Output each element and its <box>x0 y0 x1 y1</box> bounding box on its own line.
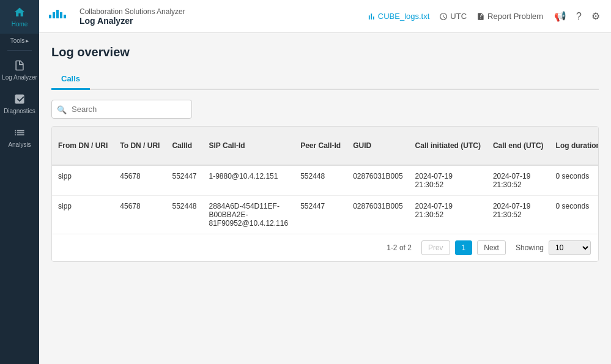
report-label: Report Problem <box>487 12 543 21</box>
calls-table: From DN / URI To DN / URI CallId SIP Cal… <box>52 127 599 234</box>
report-problem-button[interactable]: Report Problem <box>476 12 543 21</box>
table-header-row: From DN / URI To DN / URI CallId SIP Cal… <box>52 127 599 165</box>
search-container: 🔍 <box>51 100 192 119</box>
sidebar-log-analyzer-label: Log Analyzer <box>2 74 37 81</box>
cell-row1-col8: 0 seconds <box>550 196 599 234</box>
showing-select[interactable]: 10 25 50 100 <box>549 240 591 255</box>
table-row: sipp456785524482884A6D-454D11EF-B00BBA2E… <box>52 196 599 234</box>
col-guid: GUID <box>347 127 409 165</box>
sidebar-diagnostics-label: Diagnostics <box>4 108 35 114</box>
file-indicator[interactable]: CUBE_logs.txt <box>367 12 430 21</box>
cell-row1-col6: 2024-07-19 21:30:52 <box>409 196 487 234</box>
diagnostics-icon <box>13 93 26 105</box>
col-sip-call-id: SIP Call-Id <box>203 127 295 165</box>
sidebar-item-home[interactable]: Home <box>0 0 39 34</box>
bar-chart-icon <box>367 12 376 21</box>
col-call-initiated: Call initiated (UTC) <box>409 127 487 165</box>
prev-button[interactable]: Prev <box>421 240 450 255</box>
cell-row0-col2: 552447 <box>166 165 202 196</box>
col-to-dn: To DN / URI <box>114 127 166 165</box>
sidebar-tools-label: Tools <box>10 37 24 44</box>
tab-calls[interactable]: Calls <box>51 69 90 90</box>
search-input[interactable] <box>51 100 192 119</box>
sidebar-analysis-label: Analysis <box>8 141 31 148</box>
svg-rect-2 <box>56 10 59 18</box>
pagination-info: 1-2 of 2 <box>387 243 412 252</box>
page-title: Log overview <box>51 45 599 59</box>
clock-icon <box>439 12 448 21</box>
page-content: Log overview Calls 🔍 From DN / URI To DN… <box>39 33 611 364</box>
sidebar-divider-1 <box>7 50 32 51</box>
next-button[interactable]: Next <box>477 240 506 255</box>
megaphone-button[interactable]: 📢 <box>553 9 568 23</box>
cell-row0-col7: 2024-07-19 21:30:52 <box>487 165 550 196</box>
cell-row1-col5: 02876031B005 <box>347 196 409 234</box>
calls-table-wrapper: From DN / URI To DN / URI CallId SIP Cal… <box>51 126 599 262</box>
report-icon <box>476 12 485 21</box>
timezone-indicator[interactable]: UTC <box>439 12 467 21</box>
main-content: Collaboration Solutions Analyzer Log Ana… <box>39 0 611 364</box>
sidebar: Home Tools ▸ Log Analyzer Diagnostics An… <box>0 0 39 364</box>
svg-rect-3 <box>60 12 62 18</box>
timezone-label: UTC <box>450 12 467 21</box>
cell-row0-col3: 1-9880@10.4.12.151 <box>203 165 295 196</box>
pagination-row: 1-2 of 2 Prev 1 Next Showing 10 25 50 10… <box>52 234 598 261</box>
header-icons: 📢 ? ⚙ <box>553 9 601 23</box>
cell-row1-col1: 45678 <box>114 196 166 234</box>
chevron-right-icon: ▸ <box>26 37 29 44</box>
col-call-end: Call end (UTC) <box>487 127 550 165</box>
header-title-group: Collaboration Solutions Analyzer Log Ana… <box>80 7 185 26</box>
page-name: Log Analyzer <box>80 16 185 26</box>
sidebar-item-analysis[interactable]: Analysis <box>0 121 39 154</box>
svg-rect-4 <box>64 15 66 18</box>
cell-row0-col4: 552448 <box>294 165 347 196</box>
svg-rect-0 <box>49 15 51 18</box>
file-label: CUBE_logs.txt <box>378 12 430 21</box>
cell-row1-col4: 552447 <box>294 196 347 234</box>
cell-row0-col0: sipp <box>52 165 114 196</box>
app-header: Collaboration Solutions Analyzer Log Ana… <box>39 0 611 33</box>
table-row: sipp456785524471-9880@10.4.12.1515524480… <box>52 165 599 196</box>
settings-button[interactable]: ⚙ <box>590 9 601 23</box>
cell-row0-col8: 0 seconds <box>550 165 599 196</box>
sidebar-item-tools[interactable]: Tools ▸ <box>10 34 29 48</box>
header-right: CUBE_logs.txt UTC Report Problem 📢 ? ⚙ <box>367 9 601 23</box>
search-icon: 🔍 <box>57 105 67 114</box>
app-name: Collaboration Solutions Analyzer <box>80 7 185 16</box>
sidebar-item-log-analyzer[interactable]: Log Analyzer <box>0 53 39 87</box>
cell-row1-col0: sipp <box>52 196 114 234</box>
cisco-logo <box>49 9 73 24</box>
svg-rect-1 <box>53 12 55 18</box>
col-from-dn: From DN / URI <box>52 127 114 165</box>
table-body: sipp456785524471-9880@10.4.12.1515524480… <box>52 165 599 234</box>
showing-label: Showing <box>516 243 544 252</box>
col-log-duration: Log duration (sec) <box>550 127 599 165</box>
tabs-bar: Calls <box>51 69 599 90</box>
cell-row0-col5: 02876031B005 <box>347 165 409 196</box>
page-1-button[interactable]: 1 <box>455 240 473 255</box>
cell-row0-col6: 2024-07-19 21:30:52 <box>409 165 487 196</box>
cell-row1-col2: 552448 <box>166 196 202 234</box>
header-left: Collaboration Solutions Analyzer Log Ana… <box>49 7 185 26</box>
home-icon <box>13 6 26 18</box>
cell-row1-col3: 2884A6D-454D11EF-B00BBA2E-81F90952@10.4.… <box>203 196 295 234</box>
col-callid: CallId <box>166 127 202 165</box>
col-peer-call-id: Peer Call-Id <box>294 127 347 165</box>
sidebar-item-home-label: Home <box>12 21 28 28</box>
cell-row0-col1: 45678 <box>114 165 166 196</box>
sidebar-item-diagnostics[interactable]: Diagnostics <box>0 87 39 121</box>
help-button[interactable]: ? <box>575 10 583 23</box>
log-analyzer-icon <box>13 59 26 72</box>
analysis-icon <box>13 127 26 139</box>
cell-row1-col7: 2024-07-19 21:30:52 <box>487 196 550 234</box>
